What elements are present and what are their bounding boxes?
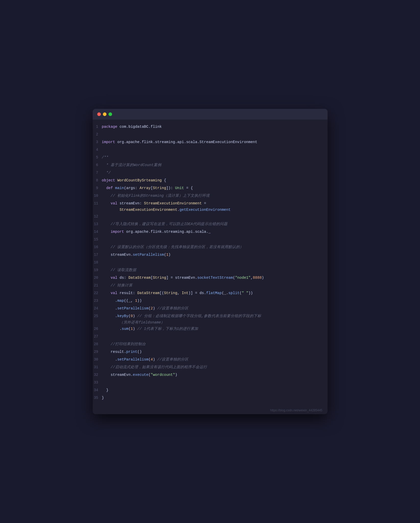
line-number: 7 (93, 170, 102, 176)
line-code: result.print() (102, 349, 322, 355)
line-number: 34 (93, 387, 102, 393)
line-number: 29 (93, 349, 102, 355)
line-number: 10 (93, 193, 102, 199)
line-number: 25 (93, 313, 102, 319)
line-code: import org.apache.flink.streaming.api.sc… (102, 229, 322, 235)
line-number: 11 (93, 200, 102, 207)
line-code: .setParallelism(2) //设置单独的分区 (102, 305, 322, 312)
line-number: 8 (93, 177, 102, 184)
code-line: 30 .setParallelism(4) //设置单独的分区 (93, 356, 328, 364)
line-code: } (102, 387, 322, 393)
code-line: 18 (93, 259, 328, 267)
code-line: 17 streamEvn.setParallelism(1) (93, 252, 328, 259)
line-code: .map((_, 1)) (102, 298, 322, 304)
close-button[interactable] (97, 112, 101, 116)
code-line: 14 import org.apache.flink.streaming.api… (93, 229, 328, 236)
line-number: 13 (93, 221, 102, 227)
line-code: def main(args: Array[String]): Unit = { (102, 185, 322, 191)
code-line: 22 val result: DataStream[(String, Int)]… (93, 290, 328, 298)
code-line: 13 //导入隐式转换，建议写在这里，可以防止IDEA代码提示出错的问题 (93, 221, 328, 229)
code-line: 23 .map((_, 1)) (93, 298, 328, 305)
line-code: streamEvn.execute("wordcount") (102, 372, 322, 378)
line-number: 3 (93, 139, 102, 145)
line-code: object WordCountBySrteaming { (102, 177, 322, 184)
footer-url: https://blog.csdn.net/weixin_44285445 (93, 406, 328, 414)
line-code: .setParallelism(4) //设置单独的分区 (102, 356, 322, 363)
maximize-button[interactable] (109, 112, 112, 116)
line-code: .keyBy(0) // 分组：必须制定根据哪个字段分组,参数代表当前要分组的字… (102, 313, 322, 326)
code-line: 16 // 设置默认的分区（分区优先级：先找单独设置的分区，若没有就用默认的） (93, 244, 328, 252)
line-number: 22 (93, 290, 102, 296)
code-line: 33 (93, 379, 328, 387)
code-line: 24 .setParallelism(2) //设置单独的分区 (93, 305, 328, 313)
line-number: 9 (93, 185, 102, 191)
code-line: 6 * 基于流计算的WordCount案例 (93, 162, 328, 170)
code-line: 12 (93, 213, 328, 221)
line-number: 21 (93, 282, 102, 289)
line-code: val streamEvn: StreamExecutionEnvironmen… (102, 200, 322, 213)
code-line: 26 .sum(1) // 1代表下标，下标为1的进行累加 (93, 326, 328, 333)
code-line: 31 //启动流式处理，如果没有该行代码上面的程序不会运行 (93, 364, 328, 372)
code-line: 9 def main(args: Array[String]): Unit = … (93, 185, 328, 193)
code-line: 25 .keyBy(0) // 分组：必须制定根据哪个字段分组,参数代表当前要分… (93, 313, 328, 326)
code-line: 5/** (93, 154, 328, 162)
code-line: 15 (93, 236, 328, 244)
line-number: 30 (93, 356, 102, 363)
code-line: 3import org.apache.flink.streaming.api.s… (93, 139, 328, 147)
line-number: 5 (93, 154, 102, 161)
line-number: 28 (93, 341, 102, 347)
line-code: import org.apache.flink.streaming.api.sc… (102, 139, 322, 145)
line-code: // 设置默认的分区（分区优先级：先找单独设置的分区，若没有就用默认的） (102, 244, 322, 250)
line-code: //导入隐式转换，建议写在这里，可以防止IDEA代码提示出错的问题 (102, 221, 322, 227)
line-number: 18 (93, 259, 102, 266)
line-code: val result: DataStream[(String, Int)] = … (102, 290, 322, 296)
line-number: 4 (93, 147, 102, 153)
code-line: 4 (93, 147, 328, 154)
line-number: 20 (93, 275, 102, 281)
line-number: 1 (93, 124, 102, 130)
code-line: 1package com.bigdataBC.flink (93, 124, 328, 131)
code-line: 29 result.print() (93, 349, 328, 356)
line-code: //打印结果到控制台 (102, 341, 322, 347)
line-number: 23 (93, 298, 102, 304)
line-code: val ds: DataStream[String] = streamEvn.s… (102, 275, 322, 281)
line-code: } (102, 395, 322, 401)
line-number: 17 (93, 252, 102, 258)
line-number: 6 (93, 162, 102, 168)
line-number: 15 (93, 236, 102, 243)
code-line: 11 val streamEvn: StreamExecutionEnviron… (93, 200, 328, 213)
line-number: 14 (93, 229, 102, 235)
line-code: // 初始化Flink的Streaming（流计算）上下文执行环境 (102, 193, 322, 199)
line-number: 2 (93, 131, 102, 138)
line-code: * 基于流计算的WordCount案例 (102, 162, 322, 168)
code-line: 2 (93, 131, 328, 139)
code-line: 19 // 读取流数据 (93, 267, 328, 275)
code-window: 1package com.bigdataBC.flink23import org… (93, 109, 328, 414)
code-line: 28 //打印结果到控制台 (93, 341, 328, 349)
line-code: package com.bigdataBC.flink (102, 124, 322, 130)
code-editor: 1package com.bigdataBC.flink23import org… (93, 120, 328, 407)
line-code: //启动流式处理，如果没有该行代码上面的程序不会运行 (102, 364, 322, 370)
code-line: 27 (93, 333, 328, 341)
line-number: 19 (93, 267, 102, 273)
line-number: 33 (93, 379, 102, 386)
line-code: // 读取流数据 (102, 267, 322, 273)
line-number: 27 (93, 333, 102, 340)
line-code: */ (102, 170, 322, 176)
code-line: 10 // 初始化Flink的Streaming（流计算）上下文执行环境 (93, 193, 328, 200)
code-line: 7 */ (93, 170, 328, 177)
code-line: 8object WordCountBySrteaming { (93, 177, 328, 185)
line-number: 16 (93, 244, 102, 250)
line-number: 26 (93, 326, 102, 332)
titlebar (93, 109, 328, 120)
line-number: 35 (93, 395, 102, 401)
code-line: 32 streamEvn.execute("wordcount") (93, 372, 328, 379)
line-number: 24 (93, 305, 102, 312)
code-line: 20 val ds: DataStream[String] = streamEv… (93, 275, 328, 282)
line-code: .sum(1) // 1代表下标，下标为1的进行累加 (102, 326, 322, 332)
line-code: streamEvn.setParallelism(1) (102, 252, 322, 258)
minimize-button[interactable] (103, 112, 106, 116)
code-line: 35} (93, 395, 328, 402)
line-code: // 转换计算 (102, 282, 322, 289)
code-line: 21 // 转换计算 (93, 282, 328, 290)
